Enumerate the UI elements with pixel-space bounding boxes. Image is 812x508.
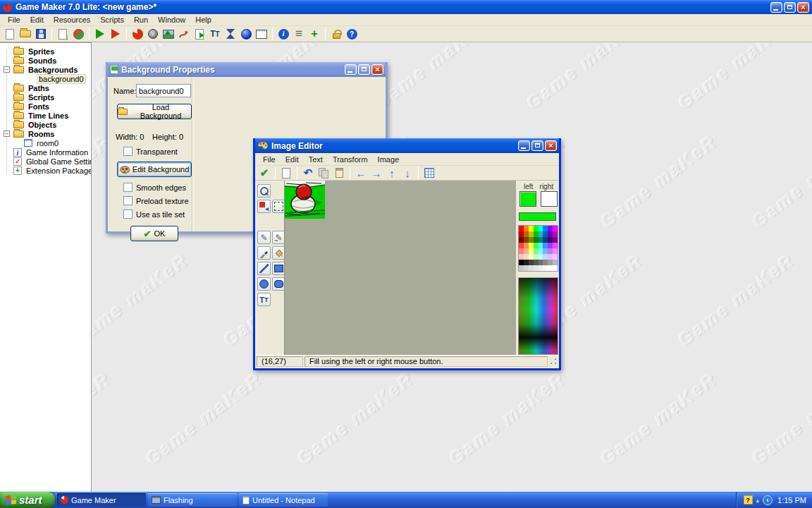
sidebar-item-game-information[interactable]: iGame Information — [0, 147, 91, 157]
palette-color[interactable] — [543, 248, 548, 254]
palette-color[interactable] — [524, 237, 529, 243]
apply-check-icon[interactable]: ✔ — [257, 167, 271, 180]
create-sound-icon[interactable]: ♪ — [146, 27, 160, 41]
sidebar-item-extension-packages[interactable]: +Extension Packages — [0, 166, 91, 175]
palette-color[interactable] — [529, 226, 534, 231]
help-icon[interactable]: ? — [345, 27, 359, 41]
palette-color[interactable] — [524, 231, 529, 237]
grid-toggle-icon[interactable] — [422, 167, 436, 180]
palette-color[interactable] — [534, 254, 539, 260]
shift-down-icon[interactable]: ↓ — [400, 167, 414, 180]
palette-color[interactable] — [548, 231, 553, 237]
sidebar-item-rooms[interactable]: −Rooms — [0, 129, 91, 138]
palette-color[interactable] — [539, 254, 543, 260]
palette-color[interactable] — [529, 260, 534, 265]
palette-color[interactable] — [539, 237, 543, 243]
palette-color[interactable] — [553, 226, 558, 231]
menu-window[interactable]: Window — [153, 15, 190, 25]
menu-file[interactable]: File — [3, 15, 25, 25]
palette-color[interactable] — [539, 248, 543, 254]
palette-color[interactable] — [529, 248, 534, 254]
palette-color[interactable] — [529, 254, 534, 260]
shift-left-icon[interactable]: ← — [354, 167, 368, 180]
palette-color[interactable] — [553, 248, 558, 254]
pen-tool-icon[interactable]: ✎ — [257, 231, 271, 244]
open-icon[interactable] — [18, 27, 32, 41]
palette-color[interactable] — [548, 237, 553, 243]
palette-color[interactable] — [519, 260, 524, 265]
line-tool-icon[interactable] — [257, 262, 271, 275]
save-icon[interactable] — [34, 27, 48, 41]
palette-color[interactable] — [553, 254, 558, 260]
palette-color[interactable] — [543, 254, 548, 260]
resize-grip[interactable] — [549, 357, 558, 365]
palette-color[interactable] — [524, 254, 529, 260]
palette-color[interactable] — [524, 265, 529, 271]
palette-color[interactable] — [529, 243, 534, 248]
menu-run[interactable]: Run — [129, 15, 153, 25]
palette-color[interactable] — [539, 265, 543, 271]
name-input[interactable] — [136, 84, 191, 97]
tray-hidden-icons[interactable]: ▴ — [756, 497, 760, 504]
palette-color[interactable] — [529, 231, 534, 237]
palette-color[interactable] — [539, 231, 543, 237]
palette-color[interactable] — [534, 231, 539, 237]
smooth-edges-checkbox[interactable]: Smooth edges — [123, 183, 186, 192]
palette-color[interactable] — [534, 237, 539, 243]
use-as-tile-set-checkbox[interactable]: Use as tile set — [123, 210, 185, 219]
image-editor-titlebar[interactable]: Image Editor × — [255, 138, 559, 153]
palette-color[interactable] — [534, 248, 539, 254]
restore-button[interactable] — [784, 2, 796, 13]
ok-button[interactable]: ✔ OK — [130, 226, 178, 241]
ie-menu-text[interactable]: Text — [304, 155, 328, 164]
edit-background-button[interactable]: Edit Background — [117, 162, 192, 177]
palette-color[interactable] — [519, 254, 524, 260]
palette-color[interactable] — [539, 260, 543, 265]
text-tool-icon[interactable]: TT — [257, 293, 271, 306]
gradient-color-picker[interactable] — [518, 277, 558, 355]
sidebar-item-backgrounds[interactable]: −Backgrounds — [0, 65, 91, 74]
new-icon[interactable] — [3, 27, 17, 41]
ie-menu-edit[interactable]: Edit — [281, 155, 304, 164]
palette-color[interactable] — [553, 237, 558, 243]
sidebar-item-objects[interactable]: Objects — [0, 120, 91, 129]
palette-color[interactable] — [548, 243, 553, 248]
menu-edit[interactable]: Edit — [25, 15, 49, 25]
palette-color[interactable] — [553, 265, 558, 271]
sidebar-item-global-game-settings[interactable]: ✓Global Game Settings — [0, 157, 91, 166]
close-button[interactable]: × — [545, 140, 557, 151]
background-properties-titlebar[interactable]: Background Properties × — [108, 62, 386, 77]
preload-texture-checkbox[interactable]: Preload texture — [123, 196, 189, 205]
sidebar-item-paths[interactable]: Paths — [0, 83, 91, 92]
tray-help-icon[interactable]: ? — [744, 495, 753, 504]
create-timeline-icon[interactable] — [223, 27, 238, 41]
palette-color[interactable] — [534, 226, 539, 231]
maximize-button[interactable] — [531, 140, 543, 151]
collapse-icon[interactable]: − — [4, 131, 10, 137]
minimize-button[interactable] — [518, 140, 530, 151]
load-background-button[interactable]: Load Background — [117, 104, 192, 119]
palette-color[interactable] — [543, 243, 548, 248]
close-button[interactable]: × — [797, 2, 809, 13]
palette-color[interactable] — [553, 260, 558, 265]
palette-color[interactable] — [548, 248, 553, 254]
game-information-icon[interactable]: i — [276, 27, 290, 41]
ie-menu-transform[interactable]: Transform — [328, 155, 373, 164]
palette-color[interactable] — [548, 254, 553, 260]
palette-color[interactable] — [543, 226, 548, 231]
palette-color[interactable] — [543, 265, 548, 271]
palette-color[interactable] — [529, 237, 534, 243]
palette-color[interactable] — [548, 226, 553, 231]
palette-color[interactable] — [524, 260, 529, 265]
palette-color[interactable] — [519, 231, 524, 237]
extension-packages-icon[interactable]: + — [307, 27, 321, 41]
palette-color[interactable] — [534, 243, 539, 248]
undo-icon[interactable]: ↶ — [301, 167, 315, 180]
eyedropper-tool-icon[interactable] — [257, 246, 271, 260]
clear-icon[interactable] — [279, 167, 293, 180]
palette-color[interactable] — [534, 265, 539, 271]
menu-scripts[interactable]: Scripts — [95, 15, 129, 25]
create-background-icon[interactable] — [161, 27, 176, 41]
global-game-settings-icon[interactable]: ≡ — [292, 27, 306, 41]
menu-help[interactable]: Help — [190, 15, 216, 25]
